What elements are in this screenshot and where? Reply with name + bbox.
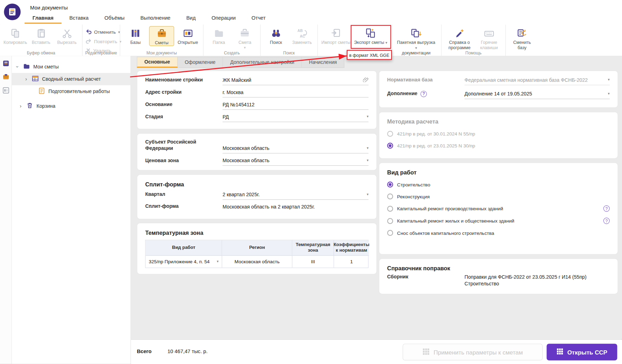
tab-obyomy[interactable]: Объёмы	[97, 13, 133, 24]
batch-upload-icon	[411, 27, 422, 39]
change-base-button[interactable]: Сменить базу	[509, 26, 535, 51]
tree-item-trash[interactable]: › Корзина	[12, 100, 131, 112]
strip-bases-icon[interactable]	[2, 60, 9, 69]
tab-operacii[interactable]: Операции	[204, 13, 244, 24]
new-estimate-button: Смета ▾	[233, 26, 257, 50]
quarter-dropdown[interactable]: 2 квартал 2025г.▾	[223, 191, 369, 200]
tab-otchet[interactable]: Отчет	[243, 13, 273, 24]
group-label-create: Создать	[203, 50, 260, 55]
radio-checked-icon[interactable]	[387, 181, 393, 187]
help-about-button[interactable]: Справка о программе	[445, 26, 474, 51]
redo-button: Повторить ▾	[86, 38, 122, 45]
undo-caret-icon[interactable]: ▾	[118, 30, 120, 34]
export-format-menu-item[interactable]: в формат XML GGE	[347, 50, 392, 60]
radio-unchecked-icon[interactable]	[387, 218, 393, 224]
new-folder-button: Папка	[207, 26, 231, 45]
bases-button[interactable]: Базы	[123, 26, 148, 45]
tab-oformlenie[interactable]: Оформление	[178, 57, 223, 68]
help-circle-icon[interactable]: ?	[603, 218, 610, 224]
help-circle-icon[interactable]: ?	[603, 205, 610, 212]
construction-name-input[interactable]: ЖК Майский	[223, 77, 369, 85]
batch-upload-button[interactable]: Пакетная выгрузка ▾документации	[395, 26, 437, 55]
chevron-down-icon: ▾	[608, 92, 610, 95]
subject-dropdown[interactable]: Московская область▾	[223, 145, 369, 154]
svg-text:AB: AB	[297, 29, 303, 33]
price-zone-dropdown[interactable]: Московская область▾	[223, 157, 369, 166]
open-documents-button[interactable]: Открытые	[176, 26, 200, 45]
replace-icon: ABAC	[297, 27, 307, 39]
tab-vstavka[interactable]: Вставка	[61, 13, 97, 24]
tab-nachisleniya[interactable]: Начисления	[302, 57, 344, 68]
export-estimate-button[interactable]: Экспорт сметы ▾	[353, 26, 389, 45]
tree-item-my-estimates[interactable]: › Мои сметы	[12, 61, 131, 73]
chevron-expanded-icon[interactable]: ›	[14, 65, 20, 70]
work-type-option-residential-repair[interactable]: Капитальный ремонт жилых и общественных …	[387, 218, 610, 224]
work-type-option-industrial-repair[interactable]: Капитальный ремонт производственных здан…	[387, 205, 610, 212]
document-orange-icon	[38, 87, 45, 95]
paperclip-icon[interactable]	[363, 77, 368, 83]
export-caret-icon[interactable]: ▾	[385, 41, 387, 45]
footer-bar: Всего 10 467,47 тыс. р. Применить параме…	[131, 339, 622, 364]
undo-button[interactable]: Отменить ▾	[86, 28, 122, 35]
tab-glavnaya[interactable]: Главная	[25, 13, 61, 24]
folder-purple-icon	[23, 62, 30, 71]
tab-dop-nastroyki[interactable]: Дополнительные настройки	[223, 57, 302, 68]
group-label-help: Помощь	[441, 50, 505, 55]
window-title: Мои документы	[30, 5, 68, 11]
split-form-title: Сплит-форма	[137, 175, 377, 187]
stage-dropdown[interactable]: РД▾	[223, 113, 369, 122]
batch-caret-icon[interactable]: ▾	[415, 46, 417, 50]
chevron-down-icon: ▾	[217, 260, 218, 263]
open-documents-icon	[183, 27, 193, 39]
work-type-option-construction[interactable]: Строительство	[387, 181, 610, 187]
ribbon-toolbar: Копировать Вставить Вырезать Буфер обмен…	[0, 25, 622, 56]
estimates-button[interactable]: Сметы	[149, 26, 174, 46]
search-button[interactable]: Поиск	[264, 26, 288, 45]
group-batch-upload: Пакетная выгрузка ▾документации	[392, 25, 441, 56]
documents-tree-panel: › Мои сметы › Сводный сметный расчет Под…	[12, 56, 131, 364]
radio-unchecked-icon[interactable]	[387, 230, 393, 236]
import-icon	[331, 27, 341, 39]
help-circle-icon[interactable]: ?	[420, 91, 427, 97]
briefcase-icon	[157, 28, 167, 40]
strip-estimates-icon[interactable]	[2, 73, 9, 82]
group-label-editing: Редактирование	[83, 50, 120, 55]
app-window: Мои документы Главная Вставка Объёмы Вып…	[0, 0, 622, 364]
tab-vid[interactable]: Вид	[178, 13, 204, 24]
radio-unchecked-icon[interactable]	[387, 193, 393, 199]
field-split-form: Сплит-форма Московская область на 2 квар…	[137, 203, 377, 212]
copy-icon	[10, 27, 20, 39]
tab-vypolnenie[interactable]: Выполнение	[132, 13, 178, 24]
method-option-1: 421/пр в ред. от 30.01.2024 N 55/пр	[387, 131, 610, 137]
folder-icon	[214, 27, 224, 39]
supplement-dropdown[interactable]: Дополнение 14 от 19.05.2025▾	[465, 91, 610, 99]
field-construction-name: Наименование стройки ЖК Майский	[137, 77, 377, 85]
chevron-down-icon: ▾	[367, 159, 368, 162]
briefcase-gray-icon	[240, 27, 250, 39]
method-title: Методика расчета	[379, 112, 618, 125]
tab-osnovnye[interactable]: Основные	[137, 57, 178, 68]
chevron-collapsed-icon[interactable]: ›	[24, 76, 29, 82]
card-split-form: Сплит-форма Квартал 2 квартал 2025г.▾ Сп…	[137, 174, 377, 219]
strip-open-icon[interactable]	[2, 87, 9, 95]
tree-item-summary-estimate[interactable]: › Сводный сметный расчет	[12, 73, 131, 85]
work-type-option-demolition[interactable]: Снос объектов капитального строительства	[387, 230, 610, 236]
basis-input[interactable]: РД №1454112	[223, 101, 369, 110]
replace-button: ABAC Заменить	[290, 26, 314, 45]
app-logo-icon	[7, 7, 17, 16]
chevron-collapsed-icon[interactable]: ›	[18, 103, 23, 109]
radio-unchecked-icon[interactable]	[387, 206, 393, 212]
chevron-down-icon: ▾	[608, 78, 610, 82]
keyboard-icon	[484, 27, 494, 39]
group-my-documents: Базы Сметы Открытые Мои документы	[120, 25, 203, 56]
group-label-my-documents: Мои документы	[120, 50, 203, 55]
address-input[interactable]: г. Москва	[223, 89, 369, 98]
card-general-info: Наименование стройки ЖК Майский Адрес ст…	[137, 71, 377, 129]
cell-work-type-dropdown[interactable]: 325/пр Приложение 4, п. 54▾	[146, 256, 222, 267]
redo-icon	[86, 38, 92, 45]
work-type-option-reconstruction[interactable]: Реконструкция	[387, 193, 610, 199]
tree-item-preparatory-works[interactable]: Подготовительные работы	[12, 85, 131, 98]
group-label-clipboard: Буфер обмена	[0, 50, 82, 55]
open-ssr-button[interactable]: Открыть ССР	[546, 344, 617, 360]
group-clipboard: Копировать Вставить Вырезать Буфер обмен…	[0, 25, 83, 56]
